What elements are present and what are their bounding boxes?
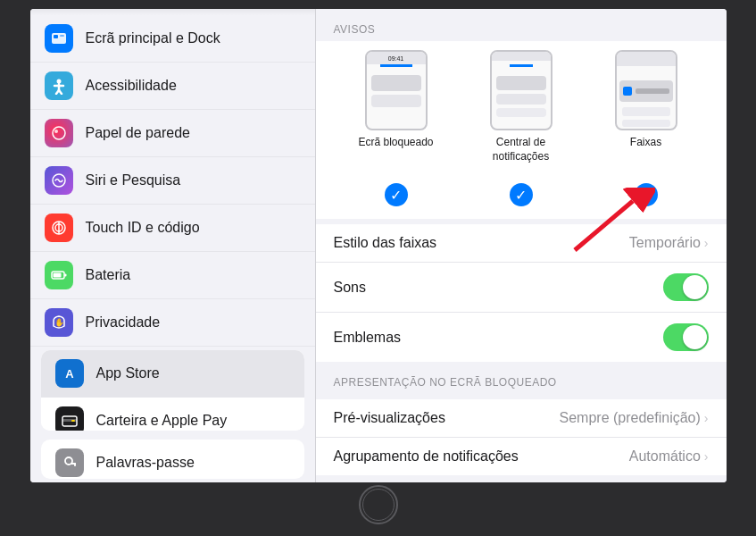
- row-agrupamento[interactable]: Agrupamento de notificações Automático ›: [316, 438, 727, 475]
- chevron-estilo: ›: [704, 236, 709, 250]
- preview-device-banner: [615, 50, 677, 130]
- preview-device-locked: 09:41: [365, 50, 428, 130]
- group-palavras: Palavras-passe: [41, 440, 304, 479]
- sidebar-item-palavras[interactable]: Palavras-passe: [41, 440, 304, 479]
- sidebar-label-bateria: Bateria: [86, 267, 131, 283]
- svg-rect-16: [53, 272, 61, 277]
- svg-rect-1: [54, 35, 58, 38]
- settings-group-1: Estilo das faixas Temporário › Sons Embl…: [316, 224, 727, 362]
- row-sons[interactable]: Sons: [316, 263, 727, 313]
- sidebar-item-touchid[interactable]: Touch ID e código: [30, 205, 315, 252]
- chevron-agrup: ›: [704, 449, 709, 464]
- svg-text:✋: ✋: [54, 317, 64, 328]
- row-value-prev-text: Sempre (predefinição): [560, 410, 701, 426]
- check-faixas: ✓: [584, 183, 709, 206]
- row-value-agrup-text: Automático: [629, 448, 701, 465]
- faixas-line1: [622, 107, 670, 116]
- checkmarks-row: ✓ ✓ ✓: [316, 178, 727, 219]
- check-central: ✓: [459, 183, 584, 206]
- acessibilidade-icon: [45, 71, 73, 100]
- banner-top: [617, 52, 676, 66]
- blue-bar: [510, 64, 533, 67]
- ecra-icon: [45, 24, 73, 53]
- checkmark-faixas: ✓: [635, 183, 658, 206]
- checkmark-ecra: ✓: [385, 183, 408, 206]
- svg-rect-2: [60, 35, 64, 37]
- notif2: [371, 95, 421, 107]
- svg-rect-21: [71, 420, 75, 422]
- toggle-sons[interactable]: [663, 273, 709, 301]
- sidebar-label-appstore: App Store: [96, 365, 160, 381]
- row-label-emblemas: Emblemas: [334, 330, 402, 346]
- ipad-frame: Ecrã principal e Dock Acessibilidade Pap…: [0, 0, 756, 536]
- row-value-agrup: Automático ›: [629, 448, 709, 465]
- top-area: [492, 52, 551, 61]
- sidebar-item-privacidade[interactable]: ✋ Privacidade: [30, 299, 315, 347]
- home-button[interactable]: [359, 485, 398, 524]
- svg-point-8: [53, 127, 65, 139]
- svg-rect-15: [64, 273, 67, 276]
- svg-line-7: [59, 90, 62, 94]
- section-ecra-header: APRESENTAÇÃO NO ECRÃ BLOQUEADO: [316, 362, 727, 394]
- banner-notif: [619, 80, 673, 102]
- touchid-icon: [45, 214, 73, 242]
- sidebar-item-bateria[interactable]: Bateria: [30, 252, 315, 299]
- notif-row3: [496, 108, 546, 117]
- banner-dot: [623, 87, 632, 96]
- privacidade-icon: ✋: [45, 308, 73, 337]
- detail-panel: AVISOS 09:41 Ecrã bloqueado: [316, 9, 727, 482]
- row-estilo-faixas[interactable]: Estilo das faixas Temporário ›: [316, 224, 727, 263]
- siri-icon: [45, 166, 73, 195]
- sidebar-label-carteira: Carteira e Apple Pay: [96, 413, 228, 429]
- row-value-prev: Sempre (predefinição) ›: [560, 410, 709, 426]
- group-appstore-wallet: A App Store Carteira e Apple Pay: [41, 350, 304, 431]
- preview-faixas[interactable]: Faixas: [584, 50, 709, 163]
- faixas-line2: [622, 120, 670, 127]
- chevron-prev: ›: [704, 411, 709, 425]
- notif-row2: [496, 94, 546, 105]
- sidebar-label-papel: Papel de parede: [86, 125, 190, 141]
- palavras-icon: [55, 448, 84, 477]
- row-value-estilo-text: Temporário: [629, 235, 701, 251]
- sidebar-item-appstore[interactable]: A App Store: [41, 350, 304, 398]
- toggle-emblemas[interactable]: [663, 323, 709, 351]
- banner-text: [636, 88, 669, 94]
- section-avisos-header: AVISOS: [316, 9, 727, 41]
- notif1: [371, 75, 421, 91]
- sidebar-label-touchid: Touch ID e código: [86, 220, 200, 236]
- preview-ecra-bloqueado[interactable]: 09:41 Ecrã bloqueado: [334, 50, 459, 163]
- svg-text:A: A: [65, 367, 74, 381]
- svg-rect-24: [74, 463, 76, 466]
- sidebar-item-acessibilidade[interactable]: Acessibilidade: [30, 63, 315, 110]
- sidebar-label-palavras: Palavras-passe: [96, 455, 195, 471]
- sidebar-label-privacidade: Privacidade: [86, 314, 161, 331]
- notification-previews: 09:41 Ecrã bloqueado: [316, 41, 727, 178]
- home-button-inner: [362, 489, 395, 521]
- sidebar-item-papel[interactable]: Papel de parede: [30, 110, 315, 157]
- row-value-estilo: Temporário ›: [629, 235, 709, 251]
- home-bar: [359, 482, 398, 527]
- bateria-icon: [45, 261, 73, 289]
- preview-central[interactable]: Central de notificações: [459, 50, 584, 163]
- svg-point-9: [54, 130, 58, 133]
- row-label-estilo: Estilo das faixas: [334, 235, 437, 251]
- row-pre-visualizacoes[interactable]: Pré-visualizações Sempre (predefinição) …: [316, 399, 727, 438]
- sidebar-label-ecra: Ecrã principal e Dock: [86, 30, 220, 46]
- screen: Ecrã principal e Dock Acessibilidade Pap…: [30, 9, 727, 482]
- papel-icon: [45, 119, 73, 147]
- row-label-sons: Sons: [334, 280, 366, 296]
- appstore-icon: A: [55, 359, 84, 388]
- sidebar-item-ecra[interactable]: Ecrã principal e Dock: [30, 15, 315, 63]
- check-ecra: ✓: [334, 183, 459, 206]
- sidebar: Ecrã principal e Dock Acessibilidade Pap…: [30, 9, 316, 482]
- carteira-icon: [55, 406, 84, 431]
- checkmark-central: ✓: [510, 183, 533, 206]
- row-emblemas[interactable]: Emblemas: [316, 313, 727, 362]
- sidebar-item-siri[interactable]: Siri e Pesquisa: [30, 157, 315, 205]
- status-bar: 09:41: [367, 52, 426, 64]
- sidebar-label-siri: Siri e Pesquisa: [86, 172, 181, 188]
- sidebar-item-carteira[interactable]: Carteira e Apple Pay: [41, 398, 304, 431]
- toggle-emblemas-knob: [683, 325, 707, 349]
- toggle-sons-knob: [683, 275, 707, 299]
- preview-label-central: Central de notificações: [493, 136, 549, 163]
